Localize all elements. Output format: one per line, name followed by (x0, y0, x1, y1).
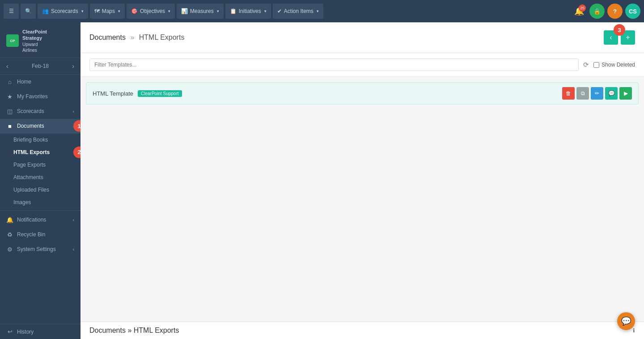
sidebar-item-uploaded-files[interactable]: Uploaded Files (0, 184, 80, 196)
recycle-icon: ♻ (6, 231, 13, 238)
notifications-chevron-icon: ‹ (73, 218, 74, 222)
history-icon: ↩ (6, 328, 13, 335)
nav-maps[interactable]: 🗺 Maps ▾ (90, 4, 125, 19)
page-footer: Documents » HTML Exports ℹ (80, 322, 644, 339)
template-tag: ClearPoint Support (138, 90, 182, 97)
logo-box: CP (6, 34, 19, 47)
prev-period-arrow[interactable]: ‹ (6, 63, 8, 70)
content-header: Documents » HTML Exports 3 ‹ + (80, 22, 644, 53)
sidebar-footer: ↩ History (0, 324, 80, 339)
sidebar-item-notifications[interactable]: 🔔 Notifications ‹ (0, 213, 80, 227)
copy-icon: ⧉ (581, 90, 585, 96)
chat-bubble-button[interactable]: 💬 (617, 312, 635, 330)
next-period-arrow[interactable]: › (72, 63, 74, 70)
top-nav-right: 🔔 25 🔒 ? CS (572, 4, 640, 19)
chevron-down-icon: ▾ (317, 9, 319, 13)
sidebar-item-favorites[interactable]: ★ My Favorites (0, 89, 80, 104)
filter-bar: ⟳ Show Deleted (80, 53, 644, 77)
period-label: Feb-18 (32, 63, 49, 69)
delete-button[interactable]: 🗑 (562, 87, 575, 100)
chevron-down-icon: ▾ (168, 9, 170, 13)
callout-badge-3: 3 (614, 24, 625, 36)
sidebar-item-images[interactable]: Images (0, 196, 80, 209)
nav-scorecards[interactable]: 👥 Scorecards ▾ (38, 4, 88, 19)
search-button[interactable]: 🔍 (21, 4, 36, 19)
comment-icon: 💬 (608, 90, 615, 96)
documents-icon: ■ (6, 123, 13, 130)
search-icon: 🔍 (25, 8, 32, 14)
trash-icon: 🗑 (566, 90, 571, 96)
sidebar-item-documents[interactable]: ■ Documents (0, 119, 80, 134)
scorecards-sidebar-icon: ◫ (6, 108, 13, 115)
lock-icon: 🔒 (593, 8, 601, 15)
notification-badge: 25 (579, 4, 586, 12)
action-items-icon: ✔ (277, 8, 282, 14)
help-button[interactable]: ? (607, 4, 623, 19)
table-row: HTML Template ClearPoint Support 🗑 ⧉ ✏ 💬… (86, 82, 639, 105)
filter-input[interactable] (89, 59, 579, 71)
home-icon: ⌂ (6, 79, 13, 85)
question-icon: ? (613, 8, 617, 15)
lock-button[interactable]: 🔒 (589, 4, 605, 19)
header-actions: 3 ‹ + (604, 30, 635, 45)
footer-info-icon: ℹ (633, 327, 635, 334)
measures-icon: 📊 (181, 8, 188, 14)
chevron-down-icon: ▾ (118, 9, 120, 13)
nav-action-items[interactable]: ✔ Action Items ▾ (273, 4, 323, 19)
template-actions: 🗑 ⧉ ✏ 💬 ▶ (562, 87, 632, 100)
breadcrumb: Documents » HTML Exports (89, 33, 184, 42)
copy-button[interactable]: ⧉ (576, 87, 589, 100)
sidebar-item-attachments[interactable]: Attachments (0, 171, 80, 184)
menu-button[interactable]: ☰ (4, 4, 19, 19)
sidebar-html-exports-wrapper: HTML Exports 2 (0, 146, 80, 159)
sidebar-item-recycle-bin[interactable]: ♻ Recycle Bin (0, 227, 80, 242)
gear-icon: ⚙ (6, 246, 13, 253)
company-name: UpwardAirlines (22, 42, 47, 53)
template-list: HTML Template ClearPoint Support 🗑 ⧉ ✏ 💬… (80, 77, 644, 110)
chevron-down-icon: ▾ (264, 9, 267, 13)
main-content: Documents » HTML Exports 3 ‹ + ⟳ Show De… (80, 22, 644, 339)
breadcrumb-html-exports: HTML Exports (139, 33, 185, 41)
sidebar-item-home[interactable]: ⌂ Home (0, 75, 80, 89)
refresh-icon: ⟳ (583, 61, 589, 68)
objectives-icon: 🎯 (131, 8, 138, 14)
notifications-button[interactable]: 🔔 25 (572, 4, 587, 19)
nav-initiatives[interactable]: 📋 Initiatives ▾ (225, 4, 271, 19)
sidebar-item-html-exports[interactable]: HTML Exports (0, 146, 80, 159)
user-avatar[interactable]: CS (625, 4, 640, 19)
top-nav: ☰ 🔍 👥 Scorecards ▾ 🗺 Maps ▾ 🎯 Objectives… (0, 0, 644, 22)
chevron-left-icon: ‹ (610, 33, 612, 42)
sidebar-item-system-settings[interactable]: ⚙ System Settings ‹ (0, 242, 80, 257)
show-deleted-label[interactable]: Show Deleted (593, 62, 635, 68)
chat-icon: 💬 (621, 316, 631, 326)
breadcrumb-separator: » (130, 33, 134, 41)
nav-measures[interactable]: 📊 Measures ▾ (177, 4, 224, 19)
sidebar-period: ‹ Feb-18 › (0, 58, 80, 75)
template-name: HTML Template ClearPoint Support (93, 90, 182, 97)
play-button[interactable]: ▶ (619, 87, 632, 100)
chevron-down-icon: ▾ (81, 9, 84, 13)
sidebar-documents-wrapper: ■ Documents 1 (0, 119, 80, 134)
nav-objectives[interactable]: 🎯 Objectives ▾ (127, 4, 175, 19)
brand-name: ClearPointStrategy (22, 29, 47, 42)
maps-icon: 🗺 (94, 8, 100, 14)
plus-icon: + (626, 33, 630, 42)
comment-button[interactable]: 💬 (605, 87, 618, 100)
sidebar-item-page-exports[interactable]: Page Exports (0, 159, 80, 171)
edit-button[interactable]: ✏ (591, 87, 603, 100)
show-deleted-checkbox[interactable] (593, 62, 599, 68)
sidebar-item-scorecards[interactable]: ◫ Scorecards ‹ (0, 104, 80, 119)
menu-icon: ☰ (9, 8, 14, 14)
pencil-icon: ✏ (595, 90, 599, 96)
sidebar-logo: CP ClearPointStrategy UpwardAirlines (0, 22, 80, 58)
footer-breadcrumb: Documents » HTML Exports (89, 326, 179, 335)
scorecards-icon: 👥 (42, 8, 49, 14)
refresh-button[interactable]: ⟳ (583, 61, 589, 69)
scorecards-chevron-icon: ‹ (73, 109, 74, 114)
breadcrumb-documents: Documents (89, 33, 126, 41)
sidebar-item-history[interactable]: ↩ History (0, 324, 80, 339)
star-icon: ★ (6, 93, 13, 100)
chevron-down-icon: ▾ (217, 9, 219, 13)
sidebar-item-briefing-books[interactable]: Briefing Books (0, 134, 80, 146)
play-icon: ▶ (624, 90, 628, 96)
